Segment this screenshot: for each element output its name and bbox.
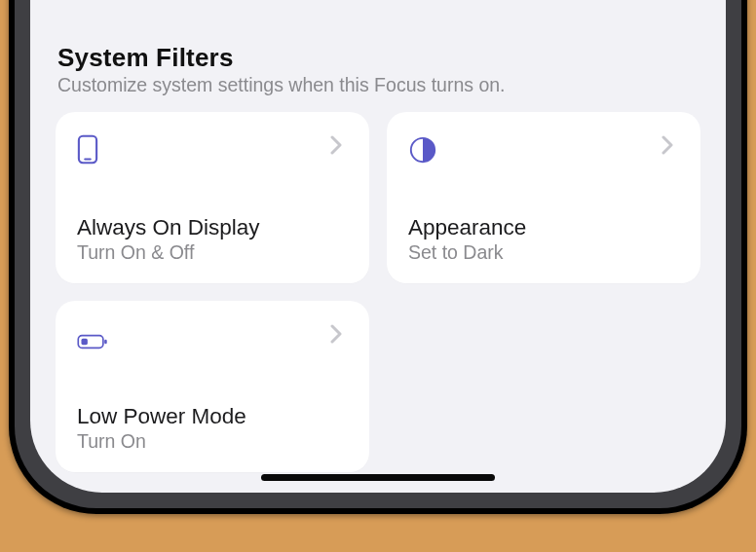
system-filters-section: System Filters Customize system settings… [56, 43, 700, 472]
half-circle-icon [408, 133, 439, 165]
device-frame: System Filters Customize system settings… [9, 0, 747, 514]
filter-card-appearance[interactable]: Appearance Set to Dark [387, 112, 700, 283]
stage: System Filters Customize system settings… [0, 0, 756, 552]
filter-card-low-power-mode[interactable]: Low Power Mode Turn On [56, 301, 369, 472]
home-indicator[interactable] [261, 474, 495, 481]
svg-rect-6 [104, 340, 107, 344]
chevron-right-icon [330, 324, 348, 342]
card-subtitle: Set to Dark [408, 241, 679, 264]
card-subtitle: Turn On [77, 430, 348, 453]
filter-grid: Always On Display Turn On & Off [56, 112, 700, 472]
filter-card-always-on-display[interactable]: Always On Display Turn On & Off [56, 112, 369, 283]
device-bezel: System Filters Customize system settings… [15, 0, 741, 508]
card-title: Low Power Mode [77, 404, 348, 429]
screen-content: System Filters Customize system settings… [30, 0, 726, 493]
phone-icon [77, 133, 108, 165]
battery-icon [77, 322, 108, 353]
card-subtitle: Turn On & Off [77, 241, 348, 264]
card-title: Always On Display [77, 215, 348, 240]
section-title: System Filters [57, 43, 700, 73]
device-screen: System Filters Customize system settings… [30, 0, 726, 493]
svg-rect-5 [81, 339, 87, 345]
chevron-right-icon [662, 135, 679, 153]
chevron-right-icon [330, 135, 348, 153]
card-title: Appearance [408, 215, 679, 240]
section-subtitle: Customize system settings when this Focu… [57, 74, 700, 96]
